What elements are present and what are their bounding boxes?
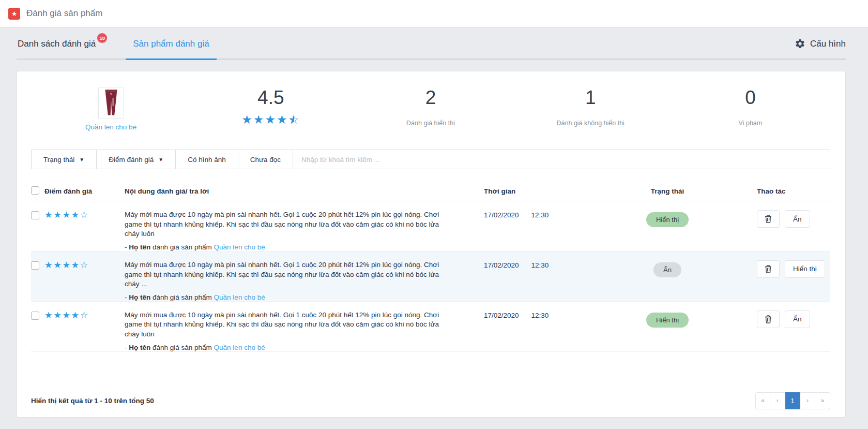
row-actions: Ẩn [757, 210, 830, 228]
stat-value: 2 [425, 87, 436, 109]
row-checkbox[interactable] [31, 211, 39, 219]
star-full-icon: ★ [71, 311, 80, 320]
review-author-line: - Họ tên đánh giá sản phẩm Quần len cho … [125, 293, 471, 301]
summary-rating: 4.5 ★★★★☆★ [191, 87, 351, 131]
results-summary: Hiển thị kết quả từ 1 - 10 trên tổng 50 [31, 397, 154, 405]
table-row: ★★★★☆ Máy mới mua được 10 ngày mà pin sà… [31, 302, 830, 352]
review-text: Máy mới mua được 10 ngày mà pin sài nhan… [125, 210, 448, 239]
review-product-link[interactable]: Quần len cho bé [214, 243, 265, 251]
status-badge: Hiển thị [646, 313, 689, 328]
stat-visible-reviews: 2 Đánh giá hiển thị [351, 87, 510, 131]
delete-button[interactable] [757, 310, 780, 328]
row-stars: ★★★★☆ [44, 261, 125, 270]
pagination-prev[interactable]: ‹ [770, 392, 785, 409]
unread-filter[interactable]: Chưa đọc [238, 150, 293, 169]
toggle-visibility-button[interactable]: Hiển thị [785, 260, 825, 278]
unread-filter-label: Chưa đọc [250, 156, 281, 164]
summary-product-link[interactable]: Quần len cho bé [85, 123, 136, 131]
delete-button[interactable] [757, 260, 780, 278]
select-all-checkbox[interactable] [31, 186, 39, 195]
stat-value: 0 [745, 87, 756, 109]
star-full-icon: ★ [71, 211, 80, 220]
rating-filter-dropdown[interactable]: Điểm đánh giá ▼ [97, 150, 176, 169]
review-clock: 12:30 [531, 261, 549, 269]
review-time: 17/02/2020 12:30 [484, 261, 595, 269]
header-time: Thời gian [484, 187, 595, 195]
star-full-icon: ★ [53, 261, 62, 270]
star-full-icon: ★ [241, 114, 253, 126]
topbar: ★ Đánh giá sản phẩm [0, 0, 868, 27]
review-product-link[interactable]: Quần len cho bé [214, 293, 265, 301]
chevron-down-icon: ▼ [158, 157, 163, 162]
review-author-line: - Họ tên đánh giá sản phẩm Quần len cho … [125, 243, 471, 251]
review-clock: 12:30 [531, 312, 549, 319]
row-stars: ★★★★☆ [44, 311, 125, 320]
table-body: ★★★★☆ Máy mới mua được 10 ngày mà pin sà… [31, 201, 830, 352]
pagination-first[interactable]: « [755, 392, 770, 409]
trash-icon [765, 215, 772, 223]
config-button[interactable]: Cấu hình [795, 27, 846, 60]
main-card: Quần len cho bé 4.5 ★★★★☆★ 2 Đánh giá hi… [17, 71, 846, 418]
row-checkbox[interactable] [31, 261, 39, 270]
status-badge: Ẩn [653, 262, 681, 277]
config-label: Cấu hình [810, 39, 846, 49]
star-empty-icon: ☆ [80, 211, 89, 220]
toggle-visibility-button[interactable]: Ẩn [785, 210, 810, 228]
search-input[interactable] [293, 150, 830, 169]
review-clock: 12:30 [531, 211, 549, 219]
author-name-label: Họ tên [129, 243, 150, 251]
rating-filter-label: Điểm đánh giá [109, 156, 154, 164]
stat-violations: 0 Vi phạm [671, 87, 830, 131]
star-full-icon: ★ [53, 211, 62, 220]
card-footer: Hiển thị kết quả từ 1 - 10 trên tổng 50 … [31, 392, 830, 409]
stat-label: Đánh giá hiển thị [406, 120, 455, 127]
star-full-icon: ★ [71, 261, 80, 270]
pagination-page-1[interactable]: 1 [785, 392, 800, 409]
pagination-next[interactable]: › [800, 392, 815, 409]
toggle-visibility-button[interactable]: Ẩn [785, 310, 810, 328]
star-full-icon: ★ [265, 114, 277, 126]
stat-label: Đánh giá không hiển thị [557, 120, 625, 127]
pagination-last[interactable]: » [815, 392, 830, 409]
tab-review-list-label: Danh sách đánh giá [18, 39, 96, 49]
rating-stars: ★★★★☆★ [241, 114, 300, 126]
tab-review-list[interactable]: Danh sách đánh giá 10 [17, 27, 108, 60]
star-full-icon: ★ [44, 211, 53, 220]
star-half-icon: ☆★ [288, 114, 300, 126]
summary-row: Quần len cho bé 4.5 ★★★★☆★ 2 Đánh giá hi… [31, 87, 830, 131]
status-badge: Hiển thị [646, 212, 689, 227]
star-full-icon: ★ [53, 311, 62, 320]
tab-products-reviewed[interactable]: Sản phẩm đánh giá [132, 27, 210, 60]
product-thumbnail [98, 87, 124, 119]
review-time: 17/02/2020 12:30 [484, 312, 595, 319]
star-full-icon: ★ [44, 311, 53, 320]
row-actions: Hiển thị [757, 260, 830, 278]
status-filter-dropdown[interactable]: Trạng thái ▼ [32, 150, 97, 169]
tabbar: Danh sách đánh giá 10 Sản phẩm đánh giá … [17, 27, 846, 60]
trash-icon [765, 265, 772, 273]
row-checkbox[interactable] [31, 312, 39, 320]
star-full-icon: ★ [253, 114, 265, 126]
trash-icon [765, 315, 772, 323]
table-row: ★★★★☆ Máy mới mua được 10 ngày mà pin sà… [31, 252, 830, 302]
author-name-label: Họ tên [129, 293, 150, 301]
stat-value: 1 [585, 87, 596, 109]
notification-badge: 10 [97, 33, 107, 43]
stat-label: Vi phạm [739, 120, 763, 127]
reviews-table: Điểm đánh giá Nội dung đánh giá/ trả lời… [31, 182, 830, 352]
header-rating: Điểm đánh giá [44, 187, 125, 195]
table-row: ★★★★☆ Máy mới mua được 10 ngày mà pin sà… [31, 201, 830, 252]
gear-icon [795, 38, 805, 49]
star-full-icon: ★ [62, 311, 71, 320]
has-image-filter[interactable]: Có hình ảnh [176, 150, 238, 169]
active-tab-indicator [126, 58, 216, 60]
rating-value: 4.5 [257, 87, 284, 109]
delete-button[interactable] [757, 210, 780, 228]
star-full-icon: ★ [277, 114, 288, 126]
search-box [293, 150, 830, 169]
review-text: Máy mới mua được 10 ngày mà pin sài nhan… [125, 260, 448, 289]
summary-product: Quần len cho bé [31, 87, 191, 131]
review-date: 17/02/2020 [484, 261, 519, 269]
table-header-row: Điểm đánh giá Nội dung đánh giá/ trả lời… [31, 182, 830, 201]
review-product-link[interactable]: Quần len cho bé [214, 344, 265, 351]
